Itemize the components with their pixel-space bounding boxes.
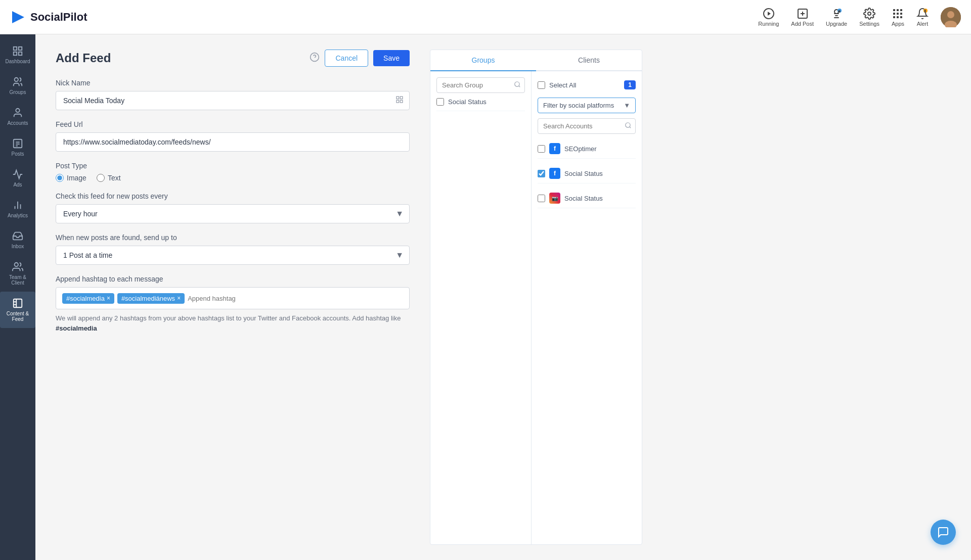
svg-point-29	[16, 109, 19, 112]
account-checkbox-social-status-ig[interactable]	[538, 195, 545, 202]
form-section: Add Feed Cancel Save Nick Name	[56, 50, 410, 545]
remove-tag-socialmediánews[interactable]: ×	[177, 295, 181, 302]
cancel-button[interactable]: Cancel	[325, 50, 368, 67]
add-post-icon	[797, 8, 809, 20]
alert-icon: !	[916, 8, 929, 20]
top-navigation: SocialPilot Running Add Post + Upgrade	[0, 0, 971, 34]
sidebar-label-team: Team & Client	[4, 274, 31, 286]
sidebar-item-accounts[interactable]: Accounts	[0, 101, 35, 132]
count-badge: 1	[624, 80, 636, 89]
sidebar-item-groups[interactable]: Groups	[0, 70, 35, 101]
sidebar-item-posts[interactable]: Posts	[0, 132, 35, 163]
logo-text: SocialPilot	[30, 11, 87, 24]
settings-button[interactable]: Settings	[859, 8, 879, 27]
apps-button[interactable]: Apps	[892, 8, 904, 27]
select-all-checkbox[interactable]	[538, 81, 545, 89]
alert-button[interactable]: ! Alert	[916, 8, 929, 27]
svg-rect-25	[19, 47, 22, 50]
nick-name-input-wrapper	[56, 91, 410, 110]
account-item-seoptimer[interactable]: f SEOptimer	[538, 139, 636, 159]
svg-point-45	[515, 81, 519, 86]
add-post-button[interactable]: Add Post	[791, 8, 814, 27]
svg-rect-14	[897, 13, 899, 15]
help-icon[interactable]	[310, 52, 320, 64]
content-area: Add Feed Cancel Save Nick Name	[35, 34, 971, 560]
nick-name-input[interactable]	[56, 91, 410, 110]
post-type-label: Post Type	[56, 162, 410, 170]
apps-icon	[892, 8, 904, 20]
alert-label: Alert	[917, 21, 929, 27]
svg-rect-42	[400, 97, 403, 99]
hashtag-container[interactable]: #socialmedia × #socialmediánews ×	[56, 287, 410, 309]
sidebar-item-team[interactable]: Team & Client	[0, 255, 35, 292]
radio-group: Image Text	[56, 174, 410, 182]
running-button[interactable]: Running	[758, 8, 779, 27]
user-avatar[interactable]	[941, 7, 961, 27]
remove-tag-socialmedia[interactable]: ×	[107, 295, 110, 302]
account-item-social-status-ig[interactable]: 📷 Social Status	[538, 189, 636, 208]
svg-rect-10	[893, 9, 895, 11]
sidebar-item-dashboard[interactable]: Dashboard	[0, 39, 35, 70]
form-actions: Cancel Save	[310, 50, 410, 67]
svg-rect-41	[396, 97, 399, 99]
radio-image-input[interactable]	[56, 174, 64, 182]
running-label: Running	[758, 21, 779, 27]
svg-rect-43	[396, 100, 399, 103]
sidebar-item-analytics[interactable]: Analytics	[0, 194, 35, 224]
svg-marker-2	[768, 12, 771, 16]
hashtag-tag-socialmedia-text: #socialmedia	[66, 295, 105, 302]
hashtag-label: Append hashtag to each message	[56, 275, 410, 283]
tab-groups[interactable]: Groups	[430, 50, 536, 71]
accounts-column: Select All 1 Filter by social platforms …	[532, 71, 642, 544]
grid-icon	[395, 96, 404, 106]
hashtag-group: Append hashtag to each message #socialme…	[56, 275, 410, 333]
upgrade-label: Upgrade	[826, 21, 847, 27]
account-checkbox-social-status-fb[interactable]	[538, 170, 545, 177]
tab-clients[interactable]: Clients	[536, 50, 642, 70]
hashtag-input[interactable]	[188, 295, 403, 302]
sidebar-item-content[interactable]: Content & Feed	[0, 292, 35, 328]
avatar-image	[941, 7, 961, 27]
feed-url-group: Feed Url	[56, 120, 410, 152]
save-button[interactable]: Save	[373, 50, 410, 66]
sidebar-item-inbox[interactable]: Inbox	[0, 224, 35, 255]
chat-button[interactable]	[931, 520, 956, 545]
check-feed-group: Check this feed for new posts every Ever…	[56, 192, 410, 223]
svg-rect-44	[400, 100, 403, 103]
radio-text[interactable]: Text	[97, 174, 121, 182]
radio-text-input[interactable]	[97, 174, 105, 182]
feed-url-input[interactable]	[56, 132, 410, 152]
settings-label: Settings	[859, 21, 879, 27]
search-accounts-input[interactable]	[538, 118, 636, 134]
page-title: Add Feed	[56, 51, 111, 65]
nav-right: Running Add Post + Upgrade Settings	[758, 7, 961, 27]
group-checkbox-social-status[interactable]	[436, 98, 444, 106]
hashtag-tag-socialmedia: #socialmedia ×	[62, 293, 114, 304]
sidebar-item-ads[interactable]: Ads	[0, 163, 35, 194]
when-new-label: When new posts are found, send up to	[56, 234, 410, 242]
panel-tabs: Groups Clients	[430, 50, 642, 71]
svg-rect-17	[897, 16, 899, 18]
hashtag-tag-socialmediánews: #socialmediánews ×	[117, 293, 185, 304]
upgrade-button[interactable]: + Upgrade	[826, 8, 847, 27]
logo[interactable]: SocialPilot	[10, 9, 87, 25]
group-item-social-status[interactable]: Social Status	[436, 93, 525, 111]
filter-dropdown[interactable]: Filter by social platforms ▼	[538, 98, 636, 113]
radio-image-label: Image	[67, 174, 86, 182]
settings-icon	[863, 8, 875, 20]
main-layout: Dashboard Groups Accounts Posts Ads	[0, 34, 971, 560]
account-item-social-status-fb[interactable]: f Social Status	[538, 164, 636, 183]
when-new-select[interactable]: 1 Post at a time 2 Posts at a time 3 Pos…	[56, 246, 410, 265]
group-label-social-status: Social Status	[448, 98, 487, 106]
instagram-icon-social-status: 📷	[549, 193, 560, 204]
inbox-icon	[12, 230, 23, 242]
radio-image[interactable]: Image	[56, 174, 86, 182]
ads-icon	[12, 169, 23, 180]
hint-bold: #socialmedia	[56, 324, 97, 332]
upgrade-icon: +	[830, 8, 843, 20]
sidebar: Dashboard Groups Accounts Posts Ads	[0, 34, 35, 560]
search-group-input[interactable]	[436, 77, 525, 93]
sidebar-label-accounts: Accounts	[7, 120, 28, 126]
check-feed-select[interactable]: Every hour Every 2 hours Every 6 hours E…	[56, 204, 410, 223]
account-checkbox-seoptimer[interactable]	[538, 145, 545, 153]
